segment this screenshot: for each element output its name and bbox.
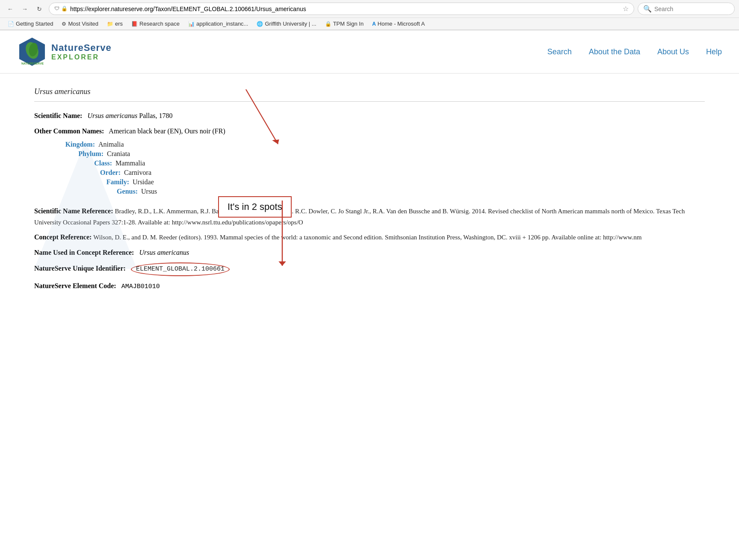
bookmark-label-7: Home - Microsoft A	[378, 21, 425, 27]
bookmark-ers[interactable]: 📁 ers	[103, 20, 126, 28]
common-names-row: Other Common Names: American black bear …	[34, 126, 705, 137]
species-title: Ursus americanus	[34, 82, 705, 102]
bookmark-tpm[interactable]: 🔒 TPM Sign In	[322, 20, 367, 28]
unique-id-value: ELEMENT_GLOBAL.2.100661	[131, 262, 230, 276]
element-code-value: AMAJB01010	[121, 283, 160, 290]
nav-about-data[interactable]: About the Data	[589, 47, 640, 56]
taxonomy-order: Order: Carnivora	[73, 169, 157, 177]
taxonomy-phylum: Phylum: Craniata	[56, 150, 157, 158]
family-value: Ursidae	[133, 178, 154, 186]
taxonomy-kingdom: Kingdom: Animalia	[47, 141, 157, 148]
common-names-value: American black bear (EN), Ours noir (FR)	[109, 127, 225, 135]
family-label: Family:	[81, 178, 133, 186]
page-content: Ursus americanus Scientific Name: Ursus …	[0, 74, 739, 305]
bookmark-application[interactable]: 📊 application_instanc...	[185, 20, 251, 28]
bookmark-label-2: ers	[115, 21, 123, 27]
bookmark-label-4: application_instanc...	[196, 21, 248, 27]
class-label: Class:	[64, 159, 115, 167]
back-button[interactable]: ←	[4, 3, 16, 15]
phylum-label: Phylum:	[56, 150, 107, 158]
nav-help[interactable]: Help	[706, 47, 722, 56]
order-label: Order:	[73, 169, 124, 177]
browser-search-input[interactable]	[654, 6, 729, 12]
bookmark-star-icon[interactable]: ☆	[623, 5, 629, 13]
search-box[interactable]: 🔍	[638, 3, 735, 15]
url-input[interactable]	[70, 6, 620, 12]
shield-icon: 🛡	[54, 6, 59, 12]
bookmark-home-ms[interactable]: A Home - Microsoft A	[369, 20, 428, 28]
bookmark-icon-5: 🌐	[257, 21, 263, 27]
kingdom-value: Animalia	[98, 141, 124, 148]
scientific-name-genus-species: Ursus americanus	[87, 112, 137, 119]
logo-title: NatureServe	[51, 42, 112, 53]
phylum-value: Craniata	[107, 150, 130, 158]
class-value: Mammalia	[115, 159, 145, 167]
bookmark-griffith[interactable]: 🌐 Griffith University | ...	[253, 20, 319, 28]
callout-text: It's in 2 spots	[228, 201, 282, 212]
element-code-row: NatureServe Element Code: AMAJB01010	[34, 280, 705, 292]
taxonomy-genus: Genus: Ursus	[90, 188, 157, 195]
site-logo: NATURESERVE NatureServe EXPLORER	[17, 37, 112, 67]
logo-subtitle: EXPLORER	[51, 53, 112, 61]
bookmark-icon-0: 📄	[8, 21, 14, 27]
common-names-label: Other Common Names:	[34, 127, 104, 135]
scientific-name-label: Scientific Name:	[34, 112, 82, 119]
reload-button[interactable]: ↻	[33, 3, 45, 15]
taxonomy-content: Kingdom: Animalia Phylum: Craniata Class…	[47, 141, 157, 197]
bookmark-label-3: Research space	[139, 21, 180, 27]
scientific-name-value: Ursus americanus Pallas, 1780	[87, 112, 172, 119]
taxonomy-wrapper: Kingdom: Animalia Phylum: Craniata Class…	[34, 141, 705, 197]
nav-search[interactable]: Search	[547, 47, 572, 56]
name-used-value: Ursus americanus	[139, 249, 189, 256]
site-header: NATURESERVE NatureServe EXPLORER Search …	[0, 30, 739, 74]
browser-toolbar: ← → ↻ 🛡 🔒 ☆ 🔍	[0, 0, 739, 18]
lock-icon: 🔒	[61, 6, 68, 12]
concept-ref-value: Wilson, D. E., and D. M. Reeder (editors…	[93, 234, 641, 241]
bookmark-label-0: Getting Started	[16, 21, 53, 27]
kingdom-label: Kingdom:	[47, 141, 98, 148]
taxonomy-family: Family: Ursidae	[81, 178, 157, 186]
bookmark-icon-4: 📊	[188, 21, 195, 27]
nav-buttons: ← → ↻	[4, 3, 45, 15]
scientific-name-row: Scientific Name: Ursus americanus Pallas…	[34, 110, 705, 121]
bookmark-getting-started[interactable]: 📄 Getting Started	[4, 20, 56, 28]
callout-annotation: It's in 2 spots	[218, 196, 292, 218]
bookmark-icon-6: 🔒	[325, 21, 331, 27]
genus-value: Ursus	[141, 188, 157, 195]
bookmark-icon-2: 📁	[107, 21, 113, 27]
bookmark-most-visited[interactable]: ⚙ Most Visited	[58, 20, 102, 28]
bookmark-label-5: Griffith University | ...	[265, 21, 316, 27]
bookmarks-bar: 📄 Getting Started ⚙ Most Visited 📁 ers 📕…	[0, 18, 739, 30]
security-icons: 🛡 🔒	[54, 6, 68, 12]
taxonomy-class: Class: Mammalia	[64, 159, 157, 167]
genus-label: Genus:	[90, 188, 141, 195]
bookmark-icon-7: A	[372, 21, 376, 27]
address-bar[interactable]: 🛡 🔒 ☆	[49, 3, 634, 15]
logo-text: NatureServe EXPLORER	[51, 42, 112, 61]
bookmark-label-1: Most Visited	[68, 21, 98, 27]
element-code-label: NatureServe Element Code:	[34, 282, 116, 289]
bookmark-research-space[interactable]: 📕 Research space	[128, 20, 183, 28]
browser-chrome: ← → ↻ 🛡 🔒 ☆ 🔍 📄 Getting Started ⚙ Most V…	[0, 0, 739, 30]
site-nav: Search About the Data About Us Help	[547, 47, 722, 56]
bookmark-icon-3: 📕	[131, 21, 138, 27]
forward-button[interactable]: →	[19, 3, 31, 15]
svg-text:NATURESERVE: NATURESERVE	[21, 62, 44, 65]
logo-svg: NATURESERVE	[17, 37, 47, 67]
callout-box: It's in 2 spots	[218, 196, 292, 218]
page-body: Ursus americanus Scientific Name: Ursus …	[0, 74, 739, 305]
nav-about-us[interactable]: About Us	[657, 47, 689, 56]
search-icon: 🔍	[643, 5, 652, 13]
order-value: Carnivora	[124, 169, 151, 177]
bookmark-icon-1: ⚙	[62, 21, 66, 27]
bookmark-label-6: TPM Sign In	[333, 21, 364, 27]
